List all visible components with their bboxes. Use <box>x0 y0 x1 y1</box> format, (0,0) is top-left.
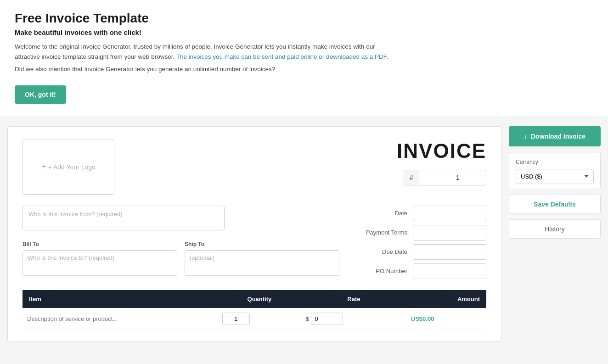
invoice-number-row: # <box>404 170 486 185</box>
top-banner: Free Invoice Template Make beautiful inv… <box>0 0 608 117</box>
save-defaults-button[interactable]: Save Defaults <box>509 195 601 214</box>
bill-to-label: Bill To <box>23 241 177 247</box>
right-fields: Date Payment Terms Due Date PO Number <box>349 206 486 283</box>
from-field <box>23 206 339 232</box>
date-input[interactable] <box>413 206 486 221</box>
ship-to-col: Ship To <box>185 241 339 277</box>
payment-terms-label: Payment Terms <box>357 229 407 236</box>
page-title: Free Invoice Template <box>15 11 593 26</box>
table-header-row: Item Quantity Rate Amount <box>23 290 486 308</box>
items-table: Item Quantity Rate Amount $ <box>23 290 486 330</box>
left-fields: Bill To Ship To <box>23 206 339 286</box>
page-subtitle: Make beautiful invoices with one click! <box>15 28 593 36</box>
payment-terms-row: Payment Terms <box>349 225 486 241</box>
history-button[interactable]: History <box>509 219 601 239</box>
item-qty-cell <box>218 308 301 330</box>
col-item: Item <box>23 290 218 308</box>
bill-ship-row: Bill To Ship To <box>23 241 339 277</box>
plus-icon: + <box>41 162 46 172</box>
ship-to-input[interactable] <box>185 250 339 276</box>
col-quantity: Quantity <box>218 290 301 308</box>
invoice-number-input[interactable] <box>419 170 465 185</box>
currency-block: Currency USD ($) EUR (€) GBP (£) JPY (¥)… <box>509 152 601 189</box>
from-input[interactable] <box>23 206 225 230</box>
invoice-hash: # <box>404 170 419 185</box>
po-number-input[interactable] <box>413 263 486 279</box>
description-1: Welcome to the original Invoice Generato… <box>15 42 391 62</box>
item-desc-cell <box>23 308 218 330</box>
ok-button[interactable]: OK, got it! <box>15 85 66 104</box>
logo-placeholder-text: + Add Your Logo <box>48 163 96 171</box>
rate-cell-inner: $ <box>306 313 402 325</box>
main-area: + + Add Your Logo INVOICE # <box>0 117 608 351</box>
invoice-middle: Bill To Ship To Date Payment Terms <box>23 206 486 286</box>
description-2: Did we also mention that Invoice Generat… <box>15 64 391 74</box>
invoice-title-block: INVOICE # <box>397 140 486 185</box>
col-amount: Amount <box>406 290 486 308</box>
invoice-top-row: + + Add Your Logo INVOICE # <box>23 140 486 195</box>
payment-terms-input[interactable] <box>413 225 486 241</box>
date-label: Date <box>357 210 407 217</box>
bill-to-input[interactable] <box>23 250 177 276</box>
download-icon: ↓ <box>524 133 527 140</box>
download-invoice-button[interactable]: ↓ Download Invoice <box>509 126 601 146</box>
due-date-label: Due Date <box>357 248 407 255</box>
table-row: $ US$0.00 <box>23 308 486 330</box>
invoice-title: INVOICE <box>397 140 486 162</box>
due-date-row: Due Date <box>349 244 486 260</box>
currency-select[interactable]: USD ($) EUR (€) GBP (£) JPY (¥) CAD ($) … <box>516 169 594 184</box>
download-label: Download Invoice <box>531 133 585 140</box>
col-rate: Rate <box>301 290 406 308</box>
ship-to-label: Ship To <box>185 241 339 247</box>
rate-input[interactable] <box>311 313 343 325</box>
po-number-row: PO Number <box>349 263 486 279</box>
rate-dollar-sign: $ <box>306 315 309 322</box>
date-row: Date <box>349 206 486 221</box>
item-amount-cell: US$0.00 <box>406 308 486 330</box>
item-rate-cell: $ <box>301 308 406 330</box>
bill-to-col: Bill To <box>23 241 177 277</box>
logo-upload-box[interactable]: + + Add Your Logo <box>23 140 114 195</box>
item-description-input[interactable] <box>27 315 213 322</box>
right-sidebar: ↓ Download Invoice Currency USD ($) EUR … <box>509 126 601 239</box>
currency-label: Currency <box>516 159 594 165</box>
item-quantity-input[interactable] <box>222 313 250 325</box>
due-date-input[interactable] <box>413 244 486 260</box>
po-number-label: PO Number <box>357 268 407 274</box>
desc1-link: The invoices you make can be sent and pa… <box>176 53 388 60</box>
invoice-card: + + Add Your Logo INVOICE # <box>7 126 501 342</box>
